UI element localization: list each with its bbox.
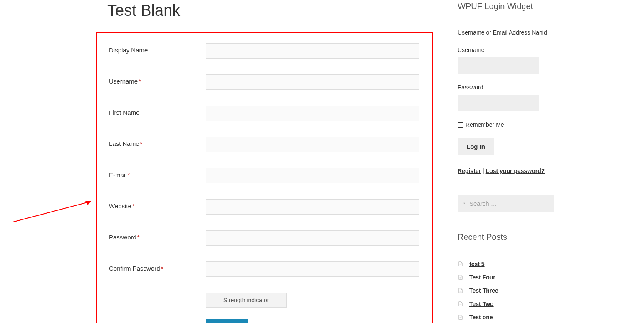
document-icon	[458, 314, 463, 321]
list-item: Test one	[458, 314, 555, 321]
first-name-input[interactable]	[206, 106, 419, 121]
search-box[interactable]	[458, 195, 554, 212]
divider	[458, 249, 555, 249]
document-icon	[458, 301, 463, 307]
first-name-label: First Name	[109, 106, 206, 116]
search-input[interactable]	[469, 200, 548, 207]
sidebar-password-input[interactable]	[458, 95, 539, 111]
sidebar-username-label: Username	[458, 47, 555, 53]
login-widget-title: WPUF Login Widget	[458, 2, 555, 11]
website-label: Website*	[109, 199, 206, 210]
register-link[interactable]: Register	[458, 168, 481, 174]
last-name-input[interactable]	[206, 137, 419, 152]
sidebar-password-label: Password	[458, 84, 555, 91]
recent-post-link[interactable]: Test Two	[469, 301, 494, 307]
display-name-input[interactable]	[206, 43, 419, 59]
recent-post-link[interactable]: Test Three	[469, 287, 498, 294]
page-title: Test Blank	[96, 0, 433, 20]
sidebar-username-input[interactable]	[458, 57, 539, 74]
document-icon	[458, 274, 463, 281]
document-icon	[458, 287, 463, 294]
last-name-label: Last Name*	[109, 137, 206, 147]
recent-post-link[interactable]: Test one	[469, 314, 493, 321]
username-input[interactable]	[206, 74, 419, 90]
email-input[interactable]	[206, 168, 419, 183]
register-button[interactable]: Register	[206, 319, 248, 323]
recent-posts-title: Recent Posts	[458, 232, 555, 242]
recent-post-link[interactable]: test 5	[469, 261, 485, 267]
search-icon	[463, 200, 465, 207]
username-label: Username*	[109, 74, 206, 85]
sidebar: WPUF Login Widget Username or Email Addr…	[458, 0, 555, 323]
recent-posts-list: test 5 Test Four Test Three Test Two Tes…	[458, 261, 555, 321]
divider	[458, 17, 555, 17]
recent-post-link[interactable]: Test Four	[469, 274, 495, 281]
remember-me-checkbox[interactable]	[458, 122, 463, 128]
password-strength-indicator: Strength indicator	[206, 293, 287, 308]
list-item: Test Four	[458, 274, 555, 281]
password-label: Password*	[109, 230, 206, 241]
display-name-label: Display Name	[109, 43, 206, 54]
confirm-password-input[interactable]	[206, 261, 419, 277]
login-button[interactable]: Log In	[458, 138, 494, 155]
login-links: Register|Lost your password?	[458, 168, 555, 174]
email-label: E-mail*	[109, 168, 206, 178]
registration-form: Display Name Username* First Name Last N…	[96, 32, 433, 323]
confirm-password-label: Confirm Password*	[109, 261, 206, 272]
list-item: Test Two	[458, 301, 555, 307]
remember-me-label: Remember Me	[466, 121, 504, 128]
list-item: Test Three	[458, 287, 555, 294]
lost-password-link[interactable]: Lost your password?	[486, 168, 545, 174]
password-input[interactable]	[206, 230, 419, 246]
list-item: test 5	[458, 261, 555, 267]
document-icon	[458, 261, 463, 267]
website-input[interactable]	[206, 199, 419, 215]
login-prompt: Username or Email Address Nahid	[458, 29, 555, 36]
